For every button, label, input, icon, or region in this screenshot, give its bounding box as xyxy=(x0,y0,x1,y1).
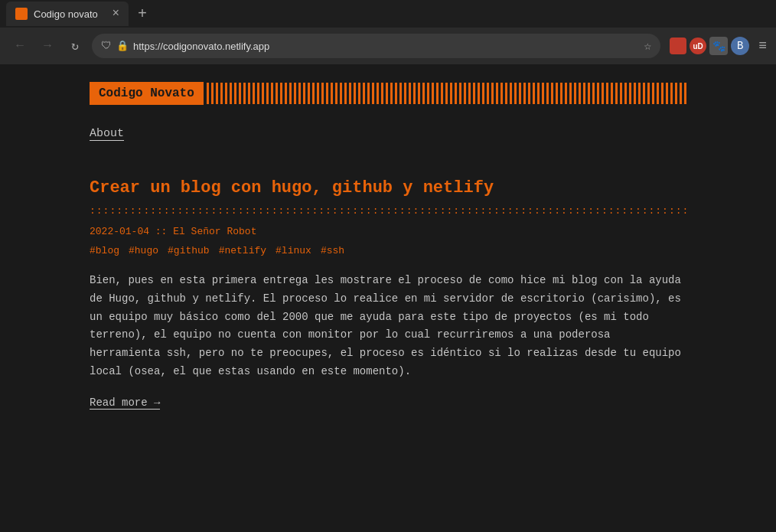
site-navigation: About xyxy=(90,119,686,155)
lock-icon: 🔒 xyxy=(116,40,129,52)
svg-rect-10 xyxy=(253,83,255,104)
ublock-icon[interactable]: uD xyxy=(690,38,706,54)
brave-shield-icon[interactable] xyxy=(670,38,686,54)
svg-rect-60 xyxy=(482,83,484,104)
svg-rect-52 xyxy=(445,83,448,104)
svg-rect-85 xyxy=(597,83,599,104)
svg-rect-11 xyxy=(257,83,259,104)
svg-rect-5 xyxy=(230,83,232,104)
navigation-bar: ← → ↻ 🛡 🔒 https://codigonovato.netlify.a… xyxy=(0,28,776,64)
svg-rect-95 xyxy=(643,83,645,104)
svg-rect-80 xyxy=(574,83,576,104)
paw-extension-icon[interactable]: 🐾 xyxy=(709,37,728,55)
svg-rect-82 xyxy=(583,83,585,104)
svg-rect-31 xyxy=(349,83,351,104)
svg-rect-9 xyxy=(248,83,250,104)
svg-rect-27 xyxy=(331,83,333,104)
svg-rect-92 xyxy=(629,83,631,104)
svg-rect-64 xyxy=(500,83,503,104)
svg-rect-7 xyxy=(239,83,241,104)
article-tags: #blog#hugo#github#netlify#linux#ssh xyxy=(90,245,686,256)
svg-rect-94 xyxy=(638,83,641,104)
svg-rect-102 xyxy=(675,83,677,104)
svg-rect-83 xyxy=(588,83,590,104)
svg-rect-26 xyxy=(326,83,328,104)
svg-rect-0 xyxy=(207,83,209,104)
back-arrow-icon: ← xyxy=(16,39,24,53)
svg-rect-69 xyxy=(523,83,526,104)
svg-rect-22 xyxy=(308,83,310,104)
svg-rect-43 xyxy=(404,83,406,104)
address-bar[interactable]: 🛡 🔒 https://codigonovato.netlify.app ☆ xyxy=(92,34,660,58)
about-nav-link[interactable]: About xyxy=(90,127,124,141)
svg-rect-68 xyxy=(519,83,521,104)
svg-rect-29 xyxy=(340,83,342,104)
svg-rect-32 xyxy=(354,83,356,104)
svg-rect-40 xyxy=(390,83,393,104)
svg-rect-14 xyxy=(271,83,273,104)
svg-rect-72 xyxy=(537,83,540,104)
svg-rect-100 xyxy=(666,83,668,104)
svg-rect-58 xyxy=(473,83,475,104)
new-tab-button[interactable]: + xyxy=(132,3,153,24)
read-more-link[interactable]: Read more → xyxy=(90,397,160,410)
svg-rect-99 xyxy=(661,83,664,104)
svg-rect-70 xyxy=(528,83,530,104)
svg-rect-51 xyxy=(441,83,443,104)
svg-rect-73 xyxy=(542,83,544,104)
site-wrapper: Codigo Novato // We'll draw bars in CSS/… xyxy=(59,64,717,424)
svg-rect-24 xyxy=(317,83,319,104)
svg-rect-57 xyxy=(468,83,471,104)
logo-decoration-bars: // We'll draw bars in CSS/SVG inline xyxy=(207,80,689,107)
browser-menu-button[interactable]: ≡ xyxy=(758,38,767,54)
svg-rect-16 xyxy=(280,83,282,104)
tab-favicon xyxy=(15,8,28,20)
tab-close-button[interactable]: × xyxy=(112,8,119,20)
svg-rect-87 xyxy=(606,83,608,104)
svg-rect-54 xyxy=(455,83,457,104)
site-logo: Codigo Novato // We'll draw bars in CSS/… xyxy=(90,80,689,107)
svg-rect-104 xyxy=(684,83,686,104)
svg-rect-39 xyxy=(386,83,388,104)
svg-rect-90 xyxy=(620,83,622,104)
svg-rect-38 xyxy=(381,83,383,104)
logo-text: Codigo Novato xyxy=(90,82,204,105)
tag-hugo: #hugo xyxy=(129,245,158,256)
svg-rect-56 xyxy=(464,83,466,104)
svg-rect-49 xyxy=(432,83,434,104)
article-meta: 2022-01-04 :: El Señor Robot xyxy=(90,226,686,237)
extensions-area: uD 🐾 B xyxy=(670,37,749,55)
svg-rect-1 xyxy=(211,83,214,104)
svg-rect-91 xyxy=(624,83,627,104)
bookmark-star-icon[interactable]: ☆ xyxy=(644,38,652,54)
svg-rect-21 xyxy=(303,83,305,104)
svg-rect-33 xyxy=(358,83,360,104)
forward-arrow-icon: → xyxy=(44,39,51,53)
browser-window: Codigo novato × + ← → ↻ 🛡 🔒 https://codi… xyxy=(0,0,776,64)
svg-rect-6 xyxy=(234,83,236,104)
svg-rect-78 xyxy=(565,83,567,104)
brave-account-icon[interactable]: B xyxy=(731,37,749,55)
active-tab[interactable]: Codigo novato × xyxy=(6,2,129,26)
svg-rect-50 xyxy=(436,83,439,104)
svg-rect-20 xyxy=(298,83,301,104)
url-display: https://codigonovato.netlify.app xyxy=(133,41,640,52)
svg-rect-67 xyxy=(514,83,517,104)
tag-blog: #blog xyxy=(90,245,119,256)
shield-icon: 🛡 xyxy=(101,40,112,52)
svg-rect-84 xyxy=(592,83,595,104)
tag-github: #github xyxy=(168,245,210,256)
reload-button[interactable]: ↻ xyxy=(64,35,86,57)
svg-rect-48 xyxy=(427,83,429,104)
svg-rect-86 xyxy=(602,83,604,104)
back-button[interactable]: ← xyxy=(9,35,31,57)
page-content: Codigo Novato // We'll draw bars in CSS/… xyxy=(0,64,776,532)
forward-button[interactable]: → xyxy=(37,35,58,57)
tag-ssh: #ssh xyxy=(321,245,344,256)
svg-rect-13 xyxy=(266,83,269,104)
header-bars-svg: // We'll draw bars in CSS/SVG inline xyxy=(207,80,689,107)
svg-rect-25 xyxy=(321,83,324,104)
svg-rect-65 xyxy=(505,83,507,104)
reload-icon: ↻ xyxy=(71,38,79,54)
svg-rect-74 xyxy=(546,83,549,104)
